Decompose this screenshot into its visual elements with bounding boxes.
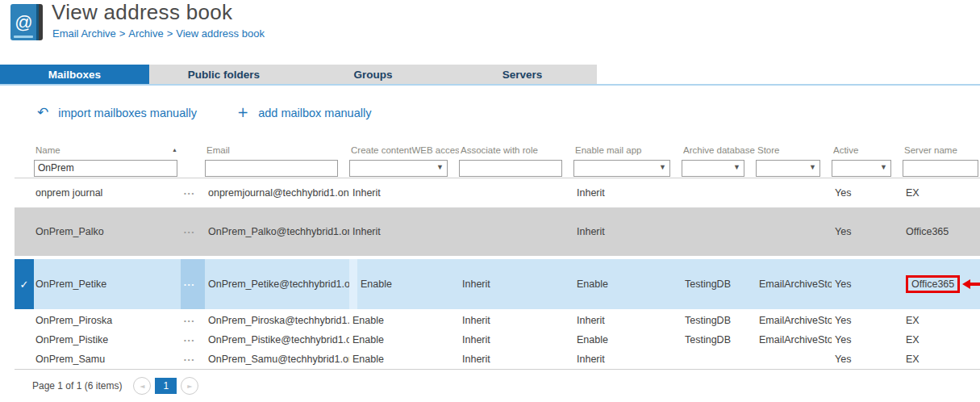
table-row[interactable]: OnPrem_Pistike ••• OnPrem_Pistike@techhy… bbox=[15, 330, 980, 350]
table-body: onprem journal ••• onpremjournal@techhyb… bbox=[15, 178, 980, 370]
chevron-down-icon: ▼ bbox=[659, 163, 666, 171]
column-header-name[interactable]: Name ▲ bbox=[34, 145, 181, 155]
cell-server: EX bbox=[903, 330, 980, 350]
row-menu-button[interactable]: ••• bbox=[181, 311, 205, 330]
cell-mailapp: Inherit bbox=[573, 178, 682, 207]
cell-role bbox=[459, 178, 573, 207]
selected-check-icon[interactable]: ✓ bbox=[15, 259, 34, 309]
table-row[interactable]: OnPrem_Samu ••• OnPrem_Samu@techhybrid1.… bbox=[15, 350, 980, 369]
chevron-down-icon: ▼ bbox=[809, 163, 816, 171]
contentweb-filter-dropdown[interactable]: ▼ bbox=[349, 160, 448, 177]
name-filter-input[interactable] bbox=[34, 160, 177, 177]
page-number-button[interactable]: 1 bbox=[155, 378, 177, 394]
cell-contentweb: Inherit bbox=[349, 207, 459, 256]
tab-bar: Mailboxes Public folders Groups Servers bbox=[0, 65, 597, 84]
column-header-role[interactable]: Associate with role bbox=[459, 145, 573, 155]
server-filter-input[interactable] bbox=[903, 160, 978, 177]
cell-archivedb: TestingDB bbox=[682, 311, 756, 330]
cell-email: OnPrem_Samu@techhybrid1.onmicr bbox=[205, 350, 349, 369]
cell-store: EmailArchiveStora bbox=[756, 311, 832, 330]
mailapp-filter-dropdown[interactable]: ▼ bbox=[573, 160, 670, 177]
cell-mailapp: Enable bbox=[573, 330, 682, 350]
store-filter-dropdown[interactable]: ▼ bbox=[756, 160, 820, 177]
previous-page-button[interactable]: ◄ bbox=[133, 377, 151, 395]
cell-name: OnPrem_Pistike bbox=[34, 330, 181, 350]
cell-active: Yes bbox=[832, 259, 903, 309]
add-mailbox-button[interactable]: + add mailbox manually bbox=[237, 106, 372, 119]
row-menu-button[interactable]: ••• bbox=[181, 178, 205, 207]
cell-role: Inherit bbox=[459, 350, 573, 369]
annotation-arrow-icon bbox=[962, 279, 980, 289]
cell-active: Yes bbox=[832, 330, 903, 350]
import-mailboxes-button[interactable]: ↶ import mailboxes manually bbox=[37, 106, 197, 119]
cell-email: OnPrem_Pistike@techhybrid1.onmic bbox=[205, 330, 349, 350]
cell-email: OnPrem_Petike@techhybrid1.onmicr bbox=[205, 259, 349, 309]
email-filter-input[interactable] bbox=[205, 160, 338, 177]
active-filter-dropdown[interactable]: ▼ bbox=[832, 160, 891, 177]
breadcrumb-separator: > bbox=[164, 27, 177, 40]
cell-server-annotated: Office365 bbox=[903, 259, 980, 309]
annotation-red-box: Office365 bbox=[906, 275, 960, 293]
cell-active: Yes bbox=[832, 178, 903, 207]
at-glyph: @ bbox=[15, 12, 32, 33]
chevron-down-icon: ▼ bbox=[436, 163, 444, 171]
plus-icon: + bbox=[237, 106, 248, 119]
book-pages-decoration bbox=[14, 36, 33, 38]
cell-archivedb bbox=[682, 350, 756, 369]
table-row-highlighted[interactable]: OnPrem_Palko ••• OnPrem_Palko@techhybrid… bbox=[15, 207, 980, 256]
tab-mailboxes[interactable]: Mailboxes bbox=[0, 65, 149, 84]
cell-contentweb: Inherit bbox=[349, 178, 459, 207]
table-row-selected[interactable]: ✓ OnPrem_Petike ••• OnPrem_Petike@techhy… bbox=[15, 259, 980, 309]
archivedb-filter-dropdown[interactable]: ▼ bbox=[682, 160, 744, 177]
column-header-archivedb[interactable]: Archive database bbox=[682, 145, 756, 155]
view-address-book-page: @ View address book Email Archive>Archiv… bbox=[0, 0, 980, 402]
row-menu-button[interactable]: ••• bbox=[181, 207, 205, 256]
cell-store bbox=[756, 350, 832, 369]
tab-underline bbox=[0, 84, 980, 86]
cell-contentweb: Enable bbox=[349, 311, 459, 330]
table-row[interactable]: onprem journal ••• onpremjournal@techhyb… bbox=[15, 178, 980, 207]
cell-email: onpremjournal@techhybrid1.onmicr bbox=[205, 178, 349, 207]
row-menu-button[interactable]: ••• bbox=[181, 350, 205, 369]
table-row[interactable]: OnPrem_Piroska ••• OnPrem_Piroska@techhy… bbox=[15, 311, 980, 330]
cell-server: Office365 bbox=[903, 207, 980, 256]
tab-groups[interactable]: Groups bbox=[298, 65, 448, 84]
column-header-active[interactable]: Active bbox=[832, 145, 903, 155]
cell-contentweb: Enable bbox=[349, 330, 459, 350]
cell-contentweb: Enable bbox=[349, 259, 459, 309]
breadcrumb: Email Archive>Archive>View address book bbox=[52, 27, 265, 40]
cell-archivedb bbox=[682, 178, 756, 207]
column-header-server[interactable]: Server name bbox=[903, 145, 980, 155]
address-book-icon: @ bbox=[10, 4, 43, 40]
cell-active: Yes bbox=[832, 311, 903, 330]
breadcrumb-view-address-book[interactable]: View address book bbox=[176, 27, 265, 40]
cell-role: Inherit bbox=[459, 259, 573, 309]
cell-mailapp: Inherit bbox=[573, 311, 682, 330]
cell-role bbox=[459, 207, 573, 256]
tab-public-folders[interactable]: Public folders bbox=[149, 65, 298, 84]
column-header-contentweb[interactable]: Create contentWEB access bbox=[349, 145, 459, 155]
breadcrumb-archive[interactable]: Archive bbox=[128, 27, 163, 40]
cell-email: OnPrem_Palko@techhybrid1.onmicro bbox=[205, 207, 349, 256]
column-header-email[interactable]: Email bbox=[205, 145, 349, 155]
row-menu-button[interactable]: ••• bbox=[181, 259, 205, 309]
column-header-mailapp[interactable]: Enable mail app bbox=[573, 145, 682, 155]
table-filter-row: ▼ ▼ ▼ ▼ ▼ bbox=[15, 158, 980, 178]
cell-server: EX bbox=[903, 350, 980, 369]
row-menu-button[interactable]: ••• bbox=[181, 330, 205, 350]
cell-name: onprem journal bbox=[34, 178, 181, 207]
page-title: View address book bbox=[52, 0, 232, 25]
tab-servers[interactable]: Servers bbox=[448, 65, 597, 84]
add-mailbox-label: add mailbox manually bbox=[258, 107, 371, 119]
column-header-store[interactable]: Store bbox=[756, 145, 832, 155]
cell-role: Inherit bbox=[459, 330, 573, 350]
cell-name: OnPrem_Palko bbox=[34, 207, 181, 256]
cell-mailapp: Enable bbox=[573, 259, 682, 309]
cell-store bbox=[756, 178, 832, 207]
cell-active: Yes bbox=[832, 207, 903, 256]
next-page-button[interactable]: ► bbox=[181, 377, 198, 395]
breadcrumb-email-archive[interactable]: Email Archive bbox=[52, 27, 116, 40]
pagination: Page 1 of 1 (6 items) ◄ 1 ► bbox=[32, 377, 198, 395]
role-filter-input[interactable] bbox=[459, 160, 562, 177]
cell-contentweb: Enable bbox=[349, 350, 459, 369]
